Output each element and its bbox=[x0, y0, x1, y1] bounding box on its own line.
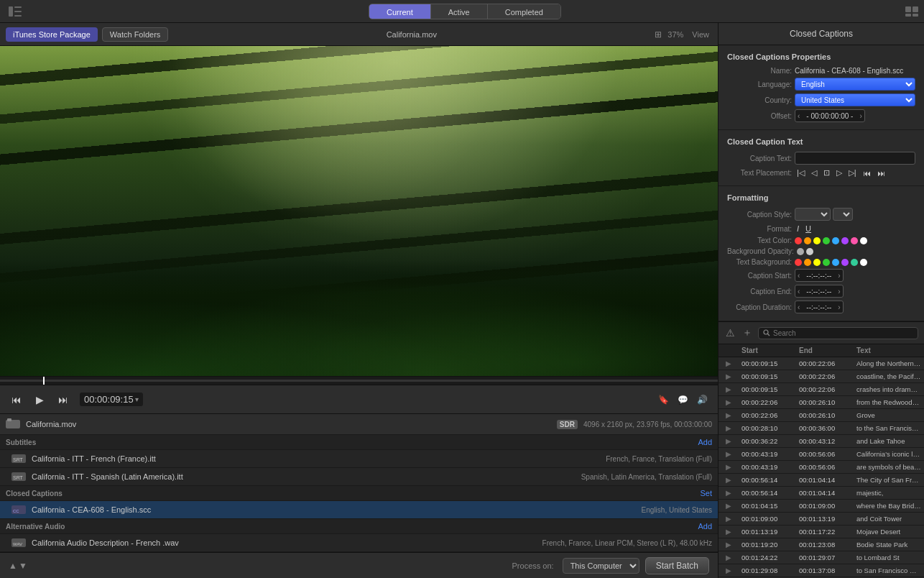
timeline-scrubber[interactable] bbox=[43, 377, 45, 385]
skip-back-button[interactable]: ⏮ bbox=[9, 391, 24, 408]
timecode-value: 00:00:09:15 bbox=[84, 394, 134, 405]
add-caption-button[interactable]: ＋ bbox=[741, 325, 754, 341]
table-row[interactable]: ▶ 00:00:22:06 00:00:26:10 Grove bbox=[719, 409, 924, 422]
caption-duration-increment[interactable]: › bbox=[836, 301, 842, 313]
color-swatch[interactable] bbox=[797, 248, 804, 255]
offset-decrement[interactable]: ‹ bbox=[795, 110, 802, 121]
placement-btn-5[interactable]: ▷| bbox=[846, 168, 859, 178]
top-bar-left bbox=[6, 4, 24, 19]
table-row[interactable]: ▶ 00:00:22:06 00:00:26:10 from the Redwo… bbox=[719, 396, 924, 409]
color-swatch[interactable] bbox=[841, 237, 849, 244]
itunes-store-package-button[interactable]: iTunes Store Package bbox=[6, 27, 98, 42]
table-row[interactable]: ▶ 00:01:19:20 00:01:23:08 Bodie State Pa… bbox=[719, 538, 924, 551]
color-swatch[interactable] bbox=[813, 237, 821, 244]
color-swatch[interactable] bbox=[813, 259, 821, 266]
color-swatch[interactable] bbox=[832, 237, 839, 244]
table-row[interactable]: ▶ 00:01:09:00 00:01:13:19 and Coit Tower bbox=[719, 513, 924, 526]
color-swatch[interactable] bbox=[832, 259, 839, 266]
table-row[interactable]: ▶ 00:01:29:08 00:01:37:08 to San Francis… bbox=[719, 564, 924, 577]
caption-end-increment[interactable]: › bbox=[836, 285, 842, 297]
tab-current[interactable]: Current bbox=[369, 4, 431, 19]
offset-row: Offset: ‹ - 00:00:00:00 - › bbox=[719, 108, 924, 124]
color-swatch[interactable] bbox=[841, 259, 849, 266]
table-row[interactable]: ▶ 00:00:28:10 00:00:36:00 to the San Fra… bbox=[719, 422, 924, 435]
table-row[interactable]: ▶ 00:00:56:14 00:01:04:14 majestic, bbox=[719, 487, 924, 500]
process-on-select[interactable]: This Computer bbox=[563, 558, 639, 574]
timeline-bar[interactable] bbox=[0, 376, 718, 385]
placement-btn-2[interactable]: ◁ bbox=[809, 168, 819, 178]
color-swatch[interactable] bbox=[804, 237, 811, 244]
color-swatch[interactable] bbox=[823, 259, 830, 266]
alt-audio-row-0[interactable]: WAV California Audio Description - Frenc… bbox=[0, 534, 718, 552]
country-select[interactable]: United States bbox=[795, 93, 915, 106]
subtitle-row-0[interactable]: SRT California - ITT - French (France).i… bbox=[0, 450, 718, 468]
warning-button[interactable]: ⚠ bbox=[724, 326, 736, 340]
caption-style-sub-select[interactable] bbox=[833, 208, 853, 221]
bg-opacity-swatches bbox=[797, 248, 915, 255]
color-swatch[interactable] bbox=[806, 248, 813, 255]
underline-button[interactable]: U bbox=[803, 224, 813, 234]
table-row[interactable]: ▶ 00:00:43:19 00:00:56:06 are symbols of… bbox=[719, 461, 924, 474]
color-swatch[interactable] bbox=[851, 259, 858, 266]
table-row[interactable]: ▶ 00:00:09:15 00:00:22:06 crashes into d… bbox=[719, 383, 924, 396]
table-row[interactable]: ▶ 00:00:43:19 00:00:56:06 California's i… bbox=[719, 448, 924, 461]
table-row[interactable]: ▶ 00:01:04:15 00:01:09:00 where the Bay … bbox=[719, 500, 924, 513]
caption-end-decrement[interactable]: ‹ bbox=[795, 285, 802, 297]
table-row[interactable]: ▶ 00:00:09:15 00:00:22:06 coastline, the… bbox=[719, 370, 924, 383]
offset-increment[interactable]: › bbox=[857, 110, 864, 121]
caption-duration-decrement[interactable]: ‹ bbox=[795, 301, 802, 313]
caption-end-row: Caption End: ‹ --:--:--:-- › bbox=[719, 283, 924, 299]
placement-btn-3[interactable]: ⊡ bbox=[821, 168, 832, 178]
set-caption-button[interactable]: Set bbox=[700, 489, 712, 497]
tab-completed[interactable]: Completed bbox=[488, 4, 560, 19]
bookmark-button[interactable]: 🔖 bbox=[657, 393, 670, 406]
placement-btn-1[interactable]: |◁ bbox=[795, 168, 807, 178]
watch-folders-button[interactable]: Watch Folders bbox=[102, 27, 169, 42]
add-audio-button[interactable]: Add bbox=[698, 522, 712, 531]
color-swatch[interactable] bbox=[795, 237, 802, 244]
nav-down-button[interactable]: ▼ bbox=[19, 561, 27, 571]
row-end-14: 00:01:23:08 bbox=[796, 538, 854, 551]
placement-btn-4[interactable]: ▷ bbox=[834, 168, 844, 178]
caption-start-increment[interactable]: › bbox=[836, 270, 842, 281]
table-row[interactable]: ▶ 00:01:13:19 00:01:17:22 Mojave Desert bbox=[719, 526, 924, 538]
nav-arrows: ▲ ▼ bbox=[9, 561, 27, 571]
skip-forward-button[interactable]: ⏭ bbox=[55, 391, 71, 408]
color-swatch[interactable] bbox=[795, 259, 802, 266]
sidebar-toggle-button[interactable] bbox=[6, 4, 24, 19]
language-select[interactable]: English bbox=[795, 78, 915, 91]
row-end-10: 00:01:04:14 bbox=[796, 487, 854, 499]
italic-button[interactable]: I bbox=[795, 224, 801, 234]
color-swatch[interactable] bbox=[860, 259, 867, 266]
closed-caption-row-0[interactable]: CC California - CEA-608 - English.scc En… bbox=[0, 501, 718, 519]
caption-style-select[interactable] bbox=[795, 208, 831, 221]
play-button[interactable]: ▶ bbox=[33, 391, 47, 408]
start-batch-button[interactable]: Start Batch bbox=[645, 557, 709, 574]
caption-search-input[interactable] bbox=[773, 329, 913, 337]
caption-style-controls bbox=[795, 208, 915, 221]
audio-button[interactable]: 🔊 bbox=[696, 393, 709, 406]
placement-btn-7[interactable]: ⏭ bbox=[875, 168, 887, 178]
color-swatch[interactable] bbox=[804, 259, 811, 266]
color-swatch[interactable] bbox=[823, 237, 830, 244]
zoom-button[interactable]: 37% bbox=[665, 29, 686, 40]
row-start-16: 00:01:29:08 bbox=[739, 564, 796, 577]
table-row[interactable]: ▶ 00:01:24:22 00:01:29:07 to Lombard St bbox=[719, 551, 924, 564]
name-row: Name: California - CEA-608 - English.scc bbox=[719, 65, 924, 76]
caption-text-input[interactable] bbox=[795, 152, 915, 165]
tab-active[interactable]: Active bbox=[431, 4, 488, 19]
table-row[interactable]: ▶ 00:00:56:14 00:01:04:14 The City of Sa… bbox=[719, 474, 924, 487]
view-button[interactable]: View bbox=[689, 29, 712, 40]
top-bar: Current Active Completed bbox=[0, 0, 924, 23]
caption-button[interactable]: 💬 bbox=[676, 393, 690, 406]
add-subtitle-button[interactable]: Add bbox=[698, 438, 712, 446]
nav-up-button[interactable]: ▲ bbox=[9, 561, 17, 571]
table-row[interactable]: ▶ 00:00:36:22 00:00:43:12 and Lake Tahoe bbox=[719, 435, 924, 448]
caption-start-decrement[interactable]: ‹ bbox=[795, 270, 802, 281]
color-swatch[interactable] bbox=[851, 237, 858, 244]
subtitle-row-1[interactable]: SRT California - ITT - Spanish (Latin Am… bbox=[0, 468, 718, 486]
tab-group: Current Active Completed bbox=[369, 4, 561, 19]
color-swatch[interactable] bbox=[860, 237, 867, 244]
table-row[interactable]: ▶ 00:00:09:15 00:00:22:06 Along the Nort… bbox=[719, 357, 924, 370]
placement-btn-6[interactable]: ⏮ bbox=[861, 168, 873, 178]
